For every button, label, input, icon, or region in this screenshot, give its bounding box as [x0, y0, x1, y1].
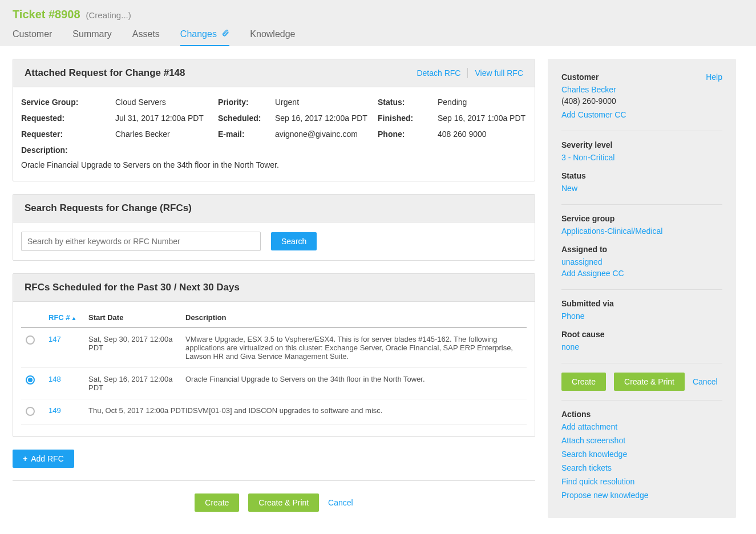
- separator: [467, 68, 468, 78]
- description-value: Oracle Financial Upgrade to Servers on t…: [21, 160, 527, 169]
- sidebar-status-label: Status: [561, 171, 586, 180]
- sidebar-submitted-label: Submitted via: [561, 299, 614, 308]
- requested-label: Requested:: [21, 114, 115, 123]
- sidebar-cancel-link[interactable]: Cancel: [693, 377, 718, 386]
- finished-label: Finished:: [378, 114, 438, 123]
- requester-value: Charles Becker: [115, 130, 218, 139]
- requester-label: Requester:: [21, 130, 115, 139]
- page-title: Ticket #8908: [13, 8, 80, 21]
- sort-asc-icon: ▲: [71, 315, 77, 321]
- page-title-status: (Creating...): [86, 10, 131, 20]
- action-add-attachment[interactable]: Add attachment: [561, 422, 722, 431]
- rfc-number-link[interactable]: 148: [48, 375, 88, 383]
- rfc-start-date: Sat, Sep 16, 2017 12:00a PDT: [88, 375, 185, 392]
- search-rfcs-panel: Search Requests for Change (RFCs) Search: [13, 194, 535, 261]
- attached-rfc-panel: Attached Request for Change #148 Detach …: [13, 59, 535, 181]
- action-propose-new-knowledge[interactable]: Propose new knowledge: [561, 491, 722, 500]
- rfc-radio[interactable]: [26, 375, 35, 385]
- rfc-row: 149 Thu, Oct 5, 2017 12:00a PDT IDSVM[01…: [21, 399, 527, 425]
- tab-customer[interactable]: Customer: [13, 29, 52, 46]
- tab-summary[interactable]: Summary: [72, 29, 111, 46]
- rfc-start-date: Thu, Oct 5, 2017 12:00a PDT: [88, 406, 185, 415]
- sidebar-panel: Customer Help Charles Becker (408) 260-9…: [548, 59, 736, 518]
- status-value: Pending: [438, 98, 527, 107]
- sidebar-service-group-label: Service group: [561, 214, 614, 223]
- sidebar-actions-label: Actions: [561, 410, 591, 419]
- add-assignee-cc-link[interactable]: Add Assignee CC: [561, 269, 722, 278]
- search-button[interactable]: Search: [271, 232, 317, 250]
- sidebar-customer-label: Customer: [561, 72, 599, 82]
- view-full-rfc-link[interactable]: View full RFC: [475, 68, 523, 78]
- scheduled-value: Sep 16, 2017 12:00a PDT: [275, 114, 378, 123]
- rfc-radio[interactable]: [26, 407, 35, 416]
- col-start-date[interactable]: Start Date: [88, 313, 185, 322]
- search-input[interactable]: [21, 232, 261, 251]
- phone-label: Phone:: [378, 130, 438, 139]
- create-button[interactable]: Create: [195, 493, 239, 512]
- sidebar-create-button[interactable]: Create: [561, 373, 606, 391]
- tab-assets[interactable]: Assets: [132, 29, 160, 46]
- requested-value: Jul 31, 2017 12:00a PDT: [115, 114, 218, 123]
- sidebar-customer-name[interactable]: Charles Becker: [561, 85, 722, 94]
- finished-value: Sep 16, 2017 1:00a PDT: [438, 114, 527, 123]
- sidebar-severity-value[interactable]: 3 - Non-Critical: [561, 153, 722, 162]
- sidebar-root-cause-value[interactable]: none: [561, 342, 722, 351]
- scheduled-rfcs-panel: RFCs Scheduled for the Past 30 / Next 30…: [13, 273, 535, 437]
- priority-label: Priority:: [218, 98, 275, 107]
- sidebar-service-group-value[interactable]: Applications-Clinical/Medical: [561, 226, 722, 236]
- tab-changes[interactable]: Changes: [180, 29, 230, 46]
- add-customer-cc-link[interactable]: Add Customer CC: [561, 110, 722, 119]
- rfc-row: 147 Sat, Sep 30, 2017 12:00a PDT VMware …: [21, 328, 527, 368]
- rfc-description: IDSVM[01-03] and IDSCON upgrades to soft…: [185, 406, 527, 415]
- help-link[interactable]: Help: [706, 72, 722, 82]
- sidebar-assigned-label: Assigned to: [561, 245, 607, 254]
- sidebar-submitted-value[interactable]: Phone: [561, 312, 722, 321]
- sidebar-status-value[interactable]: New: [561, 184, 722, 193]
- rfc-number-link[interactable]: 147: [48, 335, 88, 343]
- rfc-description: VMware Upgrade, ESX 3.5 to Vsphere/ESX4.…: [185, 335, 527, 361]
- col-description[interactable]: Description: [185, 313, 527, 322]
- tab-knowledge[interactable]: Knowledge: [250, 29, 295, 46]
- sidebar-root-cause-label: Root cause: [561, 330, 604, 339]
- description-label: Description:: [21, 145, 527, 155]
- search-rfcs-title: Search Requests for Change (RFCs): [25, 203, 192, 214]
- action-attach-screenshot[interactable]: Attach screenshot: [561, 436, 722, 445]
- add-rfc-button[interactable]: +Add RFC: [13, 450, 74, 468]
- email-value: avignone@givainc.com: [275, 130, 378, 139]
- plus-icon: +: [23, 454, 27, 463]
- status-label: Status:: [378, 98, 438, 107]
- priority-value: Urgent: [275, 98, 378, 107]
- service-group-label: Service Group:: [21, 98, 115, 107]
- rfc-radio[interactable]: [26, 335, 35, 345]
- action-search-knowledge[interactable]: Search knowledge: [561, 450, 722, 459]
- tab-changes-label: Changes: [180, 29, 217, 39]
- sidebar-customer-phone: (408) 260-9000: [561, 96, 722, 106]
- rfc-number-link[interactable]: 149: [48, 406, 88, 415]
- phone-value: 408 260 9000: [438, 130, 527, 139]
- rfc-row: 148 Sat, Sep 16, 2017 12:00a PDT Oracle …: [21, 368, 527, 399]
- rfc-description: Oracle Financial Upgrade to Servers on t…: [185, 375, 527, 383]
- scheduled-label: Scheduled:: [218, 114, 275, 123]
- email-label: E-mail:: [218, 130, 275, 139]
- scheduled-rfcs-title: RFCs Scheduled for the Past 30 / Next 30…: [25, 282, 240, 293]
- service-group-value: Cloud Servers: [115, 98, 218, 107]
- tabs: Customer Summary Assets Changes Knowledg…: [13, 29, 743, 46]
- sidebar-assigned-value[interactable]: unassigned: [561, 257, 722, 266]
- rfc-start-date: Sat, Sep 30, 2017 12:00a PDT: [88, 335, 185, 352]
- create-print-button[interactable]: Create & Print: [248, 493, 319, 512]
- attachment-icon: [221, 29, 229, 39]
- col-rfc-number[interactable]: RFC #▲: [48, 313, 88, 322]
- sidebar-severity-label: Severity level: [561, 140, 613, 149]
- detach-rfc-link[interactable]: Detach RFC: [417, 68, 460, 78]
- action-search-tickets[interactable]: Search tickets: [561, 463, 722, 472]
- cancel-link[interactable]: Cancel: [328, 498, 353, 507]
- sidebar-create-print-button[interactable]: Create & Print: [614, 373, 685, 391]
- attached-rfc-title: Attached Request for Change #148: [25, 67, 185, 79]
- action-find-quick-resolution[interactable]: Find quick resolution: [561, 477, 722, 486]
